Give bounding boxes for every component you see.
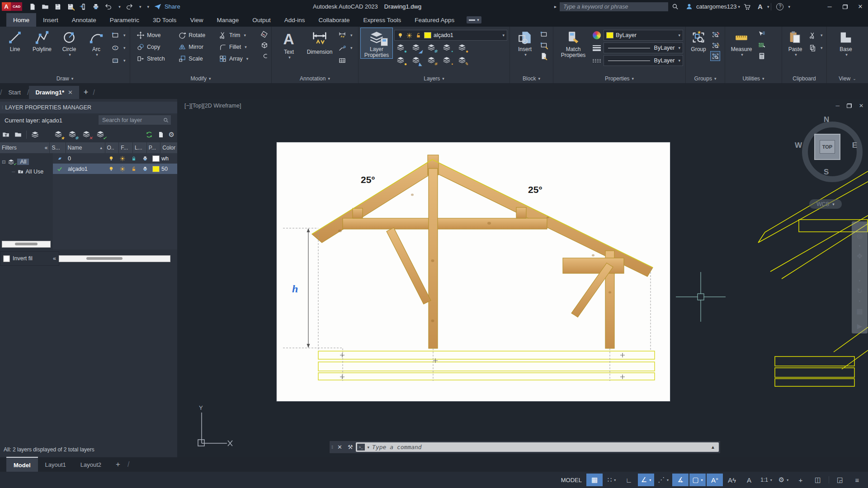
- tab-parametric[interactable]: Parametric: [103, 13, 146, 27]
- paste-button[interactable]: Paste▾: [784, 28, 806, 57]
- panel-label-clipboard[interactable]: Clipboard: [782, 74, 826, 83]
- isodraft-toggle[interactable]: ⋰▾: [655, 474, 671, 486]
- file-tab-start[interactable]: Start: [2, 86, 27, 99]
- viewcube-north[interactable]: N: [824, 115, 829, 124]
- tab-insert[interactable]: Insert: [36, 13, 65, 27]
- layer-search-input[interactable]: Search for layer: [99, 115, 171, 125]
- tab-output[interactable]: Output: [245, 13, 278, 27]
- tab-express-tools[interactable]: Express Tools: [357, 13, 408, 27]
- redo-button[interactable]: [125, 3, 133, 11]
- play-icon[interactable]: ▶: [857, 319, 863, 333]
- layer-lock-toggle[interactable]: [128, 166, 139, 172]
- layer-lock-toggle[interactable]: [128, 155, 139, 162]
- object-snap-tracking-toggle[interactable]: ∡: [672, 474, 689, 486]
- tool-ellipse[interactable]: [111, 43, 120, 52]
- undo-dropdown[interactable]: ▾: [118, 5, 121, 9]
- layer-filter-new-icon[interactable]: [2, 131, 10, 139]
- linetype-dropdown[interactable]: ByLayer▾: [604, 55, 683, 66]
- new-layer-icon[interactable]: ★: [54, 130, 64, 139]
- tool-explode[interactable]: [260, 41, 269, 50]
- customization-menu-icon[interactable]: ≡: [849, 474, 865, 486]
- save-as-button[interactable]: [66, 3, 75, 11]
- showmotion-icon[interactable]: ▦: [856, 304, 863, 319]
- tab-annotate[interactable]: Annotate: [65, 13, 103, 27]
- quick-select-icon[interactable]: [757, 30, 766, 39]
- layer-plot-toggle[interactable]: [139, 166, 151, 172]
- customize-wrench-icon[interactable]: ⚒: [345, 444, 356, 450]
- edit-block-icon[interactable]: [539, 41, 548, 50]
- tab-add-ins[interactable]: Add-ins: [278, 13, 312, 27]
- layer-lock-icon[interactable]: ▪: [442, 43, 452, 52]
- new-drawing-tab-button[interactable]: +: [79, 88, 93, 97]
- tab-model[interactable]: Model: [6, 457, 38, 472]
- pan-icon[interactable]: ✥: [857, 249, 863, 263]
- close-button[interactable]: ✕: [853, 0, 868, 13]
- tool-circle[interactable]: Circle▾: [57, 28, 82, 57]
- tab-layout1[interactable]: Layout1: [38, 457, 73, 472]
- help-dropdown[interactable]: ▾: [788, 5, 790, 9]
- measure-button[interactable]: Measure▾: [727, 28, 755, 57]
- layer-group-filter-icon[interactable]: [14, 131, 22, 139]
- annotation-monitor-icon[interactable]: +: [793, 474, 809, 486]
- viewcube-east[interactable]: E: [852, 141, 857, 150]
- share-button[interactable]: Share: [154, 3, 180, 11]
- column-color[interactable]: Color: [160, 142, 177, 153]
- clean-screen-icon[interactable]: ◲: [832, 474, 848, 486]
- tool-table[interactable]: [338, 56, 347, 65]
- navigation-bar[interactable]: ✕ ◎ ▾ ✥ ⌕ ▾ ↻ ▾ ▦ ▶: [852, 221, 868, 333]
- list-scrollbar[interactable]: [59, 255, 170, 262]
- collapse-filters-icon[interactable]: «: [45, 145, 48, 151]
- palette-grip-icon[interactable]: ⁞: [2, 105, 3, 110]
- dimension-dropdown[interactable]: ▾: [350, 33, 353, 38]
- user-avatar-icon[interactable]: [685, 3, 693, 10]
- layer-properties-button[interactable]: Layer Properties: [361, 28, 392, 58]
- command-grip-icon[interactable]: ⁞⁞: [330, 445, 335, 450]
- tab-featured-apps[interactable]: Featured Apps: [408, 13, 461, 27]
- polar-tracking-toggle[interactable]: ∠▾: [638, 474, 654, 486]
- base-button[interactable]: Base▾: [833, 28, 859, 57]
- layer-row-alcado1[interactable]: alçado1 50: [53, 164, 177, 174]
- layer-isolate-icon[interactable]: ◢: [411, 43, 421, 52]
- layer-plot-toggle[interactable]: [139, 155, 151, 162]
- layer-freeze-toggle[interactable]: [117, 166, 128, 172]
- scale-selector[interactable]: 1:1▾: [758, 474, 774, 486]
- tool-line[interactable]: Line: [2, 28, 28, 52]
- object-snap-toggle[interactable]: ▢▾: [689, 474, 706, 486]
- annotation-visibility-toggle[interactable]: A°: [707, 474, 723, 486]
- checkbox-icon[interactable]: [3, 255, 10, 262]
- filter-all-used[interactable]: ┄ All Use: [0, 167, 53, 177]
- tab-home[interactable]: Home: [6, 13, 36, 27]
- layer-dropdown[interactable]: alçado1 ▾: [394, 30, 507, 41]
- tool-rectangle[interactable]: [111, 31, 120, 40]
- tool-leader[interactable]: [338, 43, 347, 52]
- autoscale-toggle[interactable]: Aϟ: [724, 474, 740, 486]
- refresh-icon[interactable]: [145, 131, 153, 139]
- collapse-icon[interactable]: «: [53, 255, 56, 262]
- panel-label-annotation[interactable]: Annotation▾: [272, 74, 358, 83]
- tab-manage[interactable]: Manage: [210, 13, 245, 27]
- insert-block-button[interactable]: Insert▾: [512, 28, 538, 57]
- tool-text[interactable]: Text▾: [276, 28, 302, 60]
- panel-label-layers[interactable]: Layers▾: [359, 74, 509, 83]
- tool-stretch[interactable]: Stretch: [134, 55, 175, 63]
- layer-row-0[interactable]: 0 wh: [53, 153, 177, 164]
- tool-dimension[interactable]: Dimension: [303, 28, 336, 55]
- set-current-layer-icon[interactable]: ✔: [96, 130, 106, 139]
- viewcube-top-face[interactable]: TOP: [814, 134, 840, 160]
- zoom-dropdown[interactable]: ▾: [859, 278, 860, 284]
- account-dropdown[interactable]: ▾: [738, 5, 741, 9]
- steering-wheel-icon[interactable]: ◎: [857, 229, 863, 244]
- lineweight-dropdown[interactable]: ByLayer▾: [604, 42, 683, 53]
- column-freeze[interactable]: F...: [119, 142, 133, 153]
- restore-button[interactable]: [837, 0, 853, 13]
- model-space-indicator[interactable]: MODEL: [557, 477, 585, 483]
- panel-label-modify[interactable]: Modify▾: [130, 74, 271, 83]
- group-selection-toggle[interactable]: [711, 52, 720, 61]
- layer-on-toggle[interactable]: [105, 155, 117, 162]
- tool-scale[interactable]: Scale: [175, 55, 215, 63]
- match-properties-button[interactable]: Match Properties: [556, 28, 591, 58]
- autodesk-a-icon[interactable]: A: [758, 3, 763, 10]
- tool-mirror[interactable]: Mirror: [175, 43, 215, 51]
- filter-all[interactable]: ⊟ ✔ All: [0, 157, 53, 167]
- wcs-menu[interactable]: WCS▾: [809, 199, 842, 209]
